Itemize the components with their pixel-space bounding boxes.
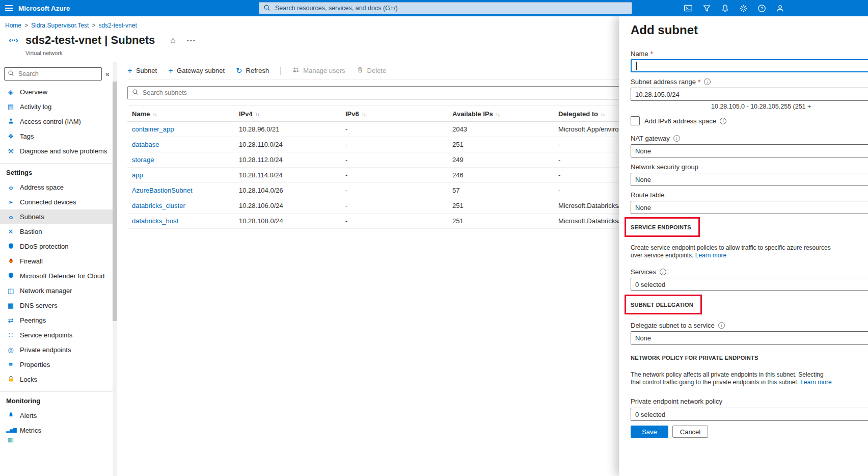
sort-icon[interactable]: ↑↓	[496, 112, 500, 117]
service-endpoints-annotation: SERVICE ENDPOINTS	[625, 217, 700, 237]
add-subnet-button[interactable]: + Subnet	[127, 66, 157, 75]
learn-more-link[interactable]: Learn more	[800, 379, 831, 386]
add-gateway-subnet-button[interactable]: + Gateway subnet	[168, 66, 225, 75]
global-search-input[interactable]	[274, 4, 628, 12]
learn-more-link[interactable]: Learn more	[695, 252, 726, 259]
available-ips-value: 2043	[448, 125, 554, 133]
subnet-name-link[interactable]: databricks_host	[132, 217, 178, 225]
sidebar-item-metrics[interactable]: ▂▅▇ Metrics	[0, 423, 117, 438]
diagnose-tools-icon: ⚒	[6, 148, 15, 154]
sidebar-section-monitoring: Monitoring	[0, 392, 117, 408]
info-icon[interactable]: i	[720, 118, 726, 124]
subnet-name-link[interactable]: app	[132, 171, 143, 179]
sidebar-item-subnets[interactable]: ‹› Subnets	[0, 209, 117, 224]
network-policy-heading: NETWORK POLICY FOR PRIVATE ENDPOINTS	[631, 355, 758, 361]
cancel-button[interactable]: Cancel	[672, 426, 708, 438]
page-title: sds2-test-vnet | Subnets	[25, 34, 155, 47]
breadcrumb-resource-group[interactable]: Sidra.Supervisor.Test	[31, 22, 89, 29]
plus-icon: +	[168, 66, 173, 75]
ipv6-checkbox[interactable]	[631, 116, 640, 125]
sort-icon[interactable]: ↑↓	[601, 112, 605, 117]
network-manager-icon: ◫	[6, 287, 15, 294]
sidebar-scrollbar[interactable]	[113, 62, 117, 476]
column-header-available-ips[interactable]: Available IPs↑↓	[448, 110, 554, 118]
sidebar-item-ddos-protection[interactable]: DDoS protection	[0, 239, 117, 254]
sort-icon[interactable]: ↑↓	[255, 112, 259, 117]
more-options-icon[interactable]: ···	[187, 36, 196, 45]
sidebar-item-dns-servers[interactable]: ▦ DNS servers	[0, 298, 117, 313]
breadcrumb-home[interactable]: Home	[5, 22, 21, 29]
sidebar-item-diagnose[interactable]: ⚒ Diagnose and solve problems	[0, 144, 117, 158]
address-range-input[interactable]: 10.28.105.0/24	[631, 88, 868, 101]
save-button[interactable]: Save	[631, 426, 668, 438]
sidebar-item-peerings[interactable]: ⇄ Peerings	[0, 313, 117, 328]
sidebar-item-access-control[interactable]: Access control (IAM)	[0, 114, 117, 129]
column-header-name[interactable]: Name↑↓	[127, 110, 234, 118]
info-icon[interactable]: i	[660, 269, 666, 275]
subnet-name-link[interactable]: AzureBastionSubnet	[132, 187, 193, 194]
collapse-sidebar-icon[interactable]: «	[102, 67, 113, 81]
connected-devices-icon: ➢	[6, 199, 15, 205]
overview-icon: ◈	[6, 89, 15, 95]
sidebar-search-input[interactable]	[17, 70, 98, 78]
sidebar-item-defender[interactable]: Microsoft Defender for Cloud	[0, 269, 117, 283]
subnet-name-link[interactable]: container_app	[132, 125, 174, 133]
sidebar-item-partial[interactable]: ▦	[0, 438, 117, 442]
tags-icon: ❖	[6, 133, 15, 140]
global-search[interactable]	[259, 2, 632, 14]
address-range-hint: 10.28.105.0 - 10.28.105.255 (251 +	[711, 103, 811, 110]
nsg-select[interactable]: None	[631, 173, 868, 186]
sidebar-item-service-endpoints[interactable]: ∷ Service endpoints	[0, 328, 117, 342]
info-icon[interactable]: i	[718, 322, 725, 329]
sort-icon[interactable]: ↑↓	[152, 112, 156, 117]
route-table-select[interactable]: None	[631, 201, 868, 214]
sidebar-item-properties[interactable]: ≡ Properties	[0, 357, 117, 372]
available-ips-value: 251	[448, 202, 554, 209]
directory-filter-icon[interactable]	[701, 3, 712, 14]
sort-icon[interactable]: ↑↓	[362, 112, 366, 117]
hamburger-menu-icon[interactable]	[0, 0, 17, 16]
column-header-ipv4[interactable]: IPv4↑↓	[234, 110, 341, 118]
peerings-icon: ⇄	[6, 317, 15, 324]
notifications-icon[interactable]	[719, 3, 730, 14]
sidebar-search[interactable]	[4, 67, 102, 81]
subnet-name-link[interactable]: database	[132, 141, 159, 148]
nat-gateway-select[interactable]: None	[631, 144, 868, 157]
subnet-name-link[interactable]: storage	[132, 156, 154, 164]
subnet-name-input[interactable]	[631, 59, 868, 72]
pe-policy-select[interactable]: 0 selected	[631, 408, 868, 421]
scrollbar-thumb[interactable]	[113, 82, 117, 321]
sidebar-item-locks[interactable]: Locks	[0, 372, 117, 387]
refresh-button[interactable]: ↻ Refresh	[236, 67, 269, 74]
subnet-name-link[interactable]: databricks_cluster	[132, 202, 185, 209]
address-range-label: Subnet address range* i	[631, 78, 711, 86]
sidebar-item-alerts[interactable]: Alerts	[0, 408, 117, 423]
sidebar-item-private-endpoints[interactable]: ◎ Private endpoints	[0, 342, 117, 357]
ipv6-checkbox-row: Add IPv6 address space i	[631, 116, 726, 125]
sidebar-item-firewall[interactable]: Firewall	[0, 254, 117, 269]
info-icon[interactable]: i	[673, 135, 680, 142]
breadcrumb-vnet[interactable]: sds2-test-vnet	[98, 22, 137, 29]
delete-button[interactable]: Delete	[357, 66, 387, 75]
sidebar-item-overview[interactable]: ◈ Overview	[0, 85, 117, 99]
favorite-star-icon[interactable]: ☆	[169, 36, 176, 45]
text-caret	[636, 62, 637, 70]
sidebar-item-address-space[interactable]: ‹› Address space	[0, 180, 117, 195]
sidebar-item-connected-devices[interactable]: ➢ Connected devices	[0, 195, 117, 209]
ipv4-value: 10.28.110.0/24	[234, 141, 341, 148]
services-select[interactable]: 0 selected	[631, 278, 868, 291]
delegate-select[interactable]: None	[631, 331, 868, 345]
sidebar-item-bastion[interactable]: ✕ Bastion	[0, 224, 117, 239]
cloud-shell-icon[interactable]	[683, 3, 694, 14]
info-icon[interactable]: i	[704, 78, 711, 85]
column-header-ipv6[interactable]: IPv6↑↓	[341, 110, 448, 118]
sidebar-item-activity-log[interactable]: ▤ Activity log	[0, 99, 117, 114]
sidebar-item-tags[interactable]: ❖ Tags	[0, 129, 117, 144]
sidebar-item-network-manager[interactable]: ◫ Network manager	[0, 283, 117, 298]
feedback-person-icon[interactable]	[774, 3, 785, 14]
azure-brand[interactable]: Microsoft Azure	[18, 0, 70, 16]
dns-servers-icon: ▦	[6, 302, 15, 309]
help-icon[interactable]: ?	[756, 3, 767, 14]
settings-gear-icon[interactable]	[738, 3, 749, 14]
manage-users-button[interactable]: Manage users	[292, 66, 345, 75]
